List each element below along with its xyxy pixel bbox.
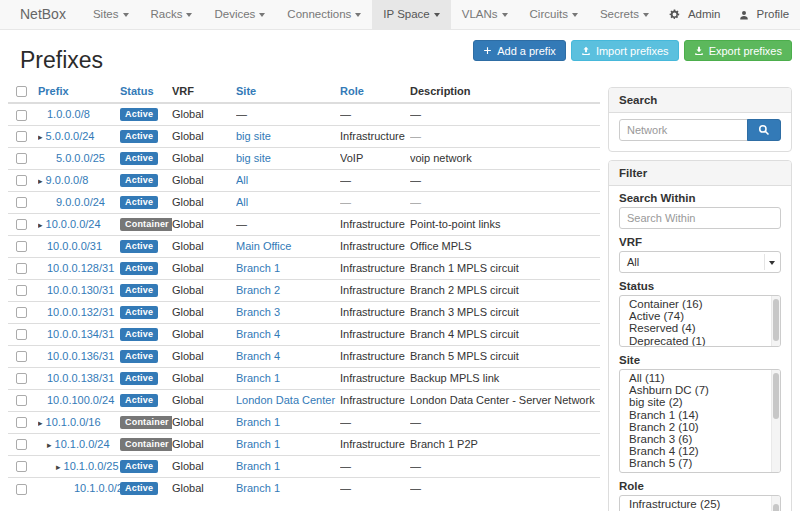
nav-item-ip-space[interactable]: IP Space bbox=[372, 0, 450, 29]
prefix-link[interactable]: 10.1.0.0/16 bbox=[46, 416, 101, 428]
prefix-link[interactable]: 10.0.0.128/31 bbox=[47, 262, 114, 274]
prefix-link[interactable]: 9.0.0.0/8 bbox=[46, 174, 89, 186]
row-checkbox[interactable] bbox=[16, 395, 27, 406]
site-link[interactable]: Branch 3 bbox=[236, 306, 280, 318]
site-link[interactable]: Branch 1 bbox=[236, 416, 280, 428]
site-link[interactable]: Branch 1 bbox=[236, 482, 280, 494]
table-row: 9.0.0.0/24 Active Global All — — bbox=[8, 191, 600, 213]
prefix-link[interactable]: 10.1.0.0/25 bbox=[64, 460, 119, 472]
import-prefixes-button[interactable]: Import prefixes bbox=[571, 40, 679, 61]
column-header-prefix[interactable]: Prefix bbox=[38, 85, 69, 97]
prefix-link[interactable]: 10.1.0.0/24 bbox=[55, 438, 110, 450]
prefix-link[interactable]: 5.0.0.0/25 bbox=[56, 152, 105, 164]
prefix-link[interactable]: 10.0.0.0/24 bbox=[46, 218, 101, 230]
row-checkbox[interactable] bbox=[16, 329, 27, 340]
row-checkbox[interactable] bbox=[16, 153, 27, 164]
prefix-link[interactable]: 9.0.0.0/24 bbox=[56, 196, 105, 208]
status-option[interactable]: Active (74) bbox=[620, 310, 780, 322]
expand-arrow-icon[interactable] bbox=[47, 440, 52, 450]
row-checkbox[interactable] bbox=[16, 175, 27, 186]
row-checkbox[interactable] bbox=[16, 307, 27, 318]
status-option[interactable]: Deprecated (1) bbox=[620, 335, 780, 347]
row-checkbox[interactable] bbox=[16, 417, 27, 428]
row-checkbox[interactable] bbox=[16, 285, 27, 296]
prefix-link[interactable]: 10.0.0.0/31 bbox=[47, 240, 102, 252]
scrollbar-thumb[interactable] bbox=[773, 299, 779, 341]
status-option[interactable]: Reserved (4) bbox=[620, 322, 780, 334]
prefix-link[interactable]: 10.0.0.130/31 bbox=[47, 284, 114, 296]
site-option[interactable]: Branch 4 (12) bbox=[620, 445, 780, 457]
export-prefixes-button[interactable]: Export prefixes bbox=[684, 40, 792, 61]
nav-item-racks[interactable]: Racks bbox=[140, 0, 204, 29]
site-option[interactable]: COL 2-1-24 (0) bbox=[620, 470, 780, 473]
column-header-status[interactable]: Status bbox=[120, 85, 154, 97]
nav-item-devices[interactable]: Devices bbox=[203, 0, 276, 29]
site-link[interactable]: Branch 1 bbox=[236, 438, 280, 450]
role-cell: — bbox=[340, 103, 410, 125]
site-link[interactable]: Branch 4 bbox=[236, 328, 280, 340]
site-link[interactable]: All bbox=[236, 174, 248, 186]
search-button[interactable] bbox=[747, 119, 781, 141]
scrollbar-thumb[interactable] bbox=[773, 373, 779, 419]
site-link[interactable]: London Data Center bbox=[236, 394, 335, 406]
nav-item-profile[interactable]: Profile bbox=[730, 0, 799, 29]
column-header-role[interactable]: Role bbox=[340, 85, 364, 97]
prefix-link[interactable]: 10.0.0.134/31 bbox=[47, 328, 114, 340]
expand-arrow-icon[interactable] bbox=[38, 132, 43, 142]
site-option[interactable]: Branch 3 (6) bbox=[620, 433, 780, 445]
expand-arrow-icon[interactable] bbox=[56, 462, 61, 472]
site-link[interactable]: big site bbox=[236, 152, 271, 164]
site-link[interactable]: big site bbox=[236, 130, 271, 142]
site-link[interactable]: Branch 1 bbox=[236, 262, 280, 274]
row-checkbox[interactable] bbox=[16, 484, 27, 495]
row-checkbox[interactable] bbox=[16, 110, 27, 121]
row-checkbox[interactable] bbox=[16, 461, 27, 472]
column-header-site[interactable]: Site bbox=[236, 85, 256, 97]
status-option[interactable]: Container (16) bbox=[620, 298, 780, 310]
row-checkbox[interactable] bbox=[16, 241, 27, 252]
site-option[interactable]: big site (2) bbox=[620, 396, 780, 408]
role-option[interactable]: Infrastructure (25) bbox=[620, 498, 780, 510]
add-prefix-button[interactable]: Add a prefix bbox=[473, 40, 566, 61]
select-all-checkbox[interactable] bbox=[16, 86, 27, 97]
prefix-link[interactable]: 10.0.0.132/31 bbox=[47, 306, 114, 318]
site-link[interactable]: Branch 1 bbox=[236, 460, 280, 472]
site-link[interactable]: Branch 4 bbox=[236, 350, 280, 362]
row-checkbox[interactable] bbox=[16, 263, 27, 274]
row-checkbox[interactable] bbox=[16, 131, 27, 142]
expand-arrow-icon[interactable] bbox=[38, 220, 43, 230]
site-link[interactable]: All bbox=[236, 196, 248, 208]
prefix-link[interactable]: 1.0.0.0/8 bbox=[47, 108, 90, 120]
site-option[interactable]: Ashburn DC (7) bbox=[620, 384, 780, 396]
brand-logo[interactable]: NetBox bbox=[12, 0, 74, 29]
prefix-link[interactable]: 10.0.0.138/31 bbox=[47, 372, 114, 384]
site-link[interactable]: Branch 1 bbox=[236, 372, 280, 384]
site-option[interactable]: All (11) bbox=[620, 372, 780, 384]
nav-item-secrets[interactable]: Secrets bbox=[589, 0, 660, 29]
row-checkbox[interactable] bbox=[16, 439, 27, 450]
expand-arrow-icon[interactable] bbox=[38, 176, 43, 186]
row-checkbox[interactable] bbox=[16, 351, 27, 362]
search-input[interactable] bbox=[619, 119, 748, 141]
prefix-link[interactable]: 10.0.100.0/24 bbox=[47, 394, 114, 406]
search-within-input[interactable] bbox=[619, 207, 781, 229]
row-checkbox[interactable] bbox=[16, 197, 27, 208]
scrollbar-thumb[interactable] bbox=[773, 504, 779, 511]
site-option[interactable]: Branch 5 (7) bbox=[620, 457, 780, 469]
nav-item-circuits[interactable]: Circuits bbox=[519, 0, 589, 29]
nav-item-sites[interactable]: Sites bbox=[82, 0, 140, 29]
row-checkbox[interactable] bbox=[16, 373, 27, 384]
nav-item-admin[interactable]: Admin bbox=[660, 0, 730, 29]
nav-item-vlans[interactable]: VLANs bbox=[451, 0, 519, 29]
nav-item-connections[interactable]: Connections bbox=[276, 0, 372, 29]
prefix-link[interactable]: 10.0.0.136/31 bbox=[47, 350, 114, 362]
site-option[interactable]: Branch 2 (10) bbox=[620, 421, 780, 433]
site-link[interactable]: Branch 2 bbox=[236, 284, 280, 296]
site-option[interactable]: Branch 1 (14) bbox=[620, 409, 780, 421]
row-checkbox[interactable] bbox=[16, 219, 27, 230]
vrf-select[interactable]: All bbox=[619, 251, 781, 273]
prefix-link[interactable]: 10.1.0.0/26 bbox=[74, 482, 120, 494]
site-link[interactable]: Main Office bbox=[236, 240, 291, 252]
expand-arrow-icon[interactable] bbox=[38, 418, 43, 428]
prefix-link[interactable]: 5.0.0.0/24 bbox=[46, 130, 95, 142]
